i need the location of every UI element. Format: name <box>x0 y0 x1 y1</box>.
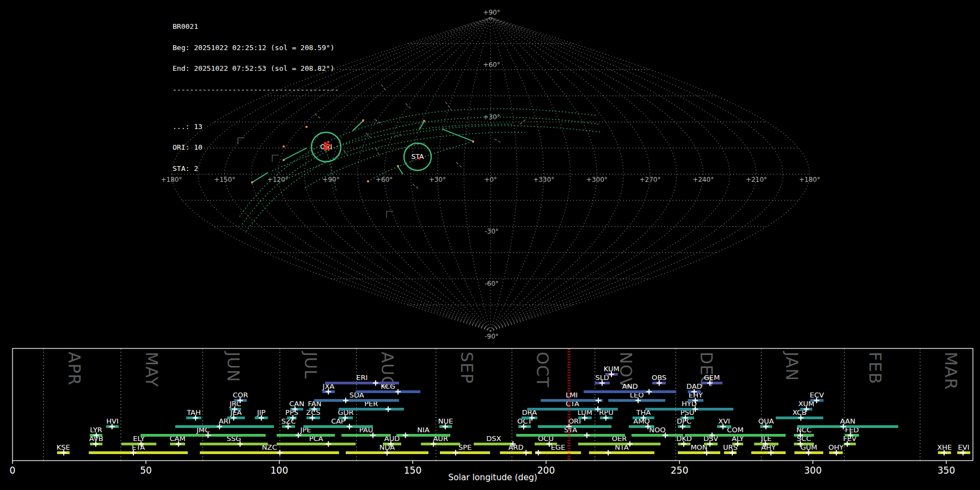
month-label-oct: OCT <box>533 352 552 388</box>
shower-bar-noo <box>632 434 683 437</box>
shower-bar-ncc <box>794 434 814 437</box>
meteor-track-segment <box>442 129 473 141</box>
x-axis-title: Solar longitude (deg) <box>448 473 537 482</box>
count-ori: ORI: 10 <box>173 144 339 151</box>
count-sta: STA: 2 <box>173 166 339 173</box>
shower-bar-nta <box>589 451 654 454</box>
shower-label-eri: ERI <box>356 373 367 382</box>
shower-bar-oer <box>578 443 660 445</box>
map-meridian <box>491 17 677 331</box>
shower-label-and: AND <box>622 382 638 390</box>
month-label-mar: MAR <box>941 352 960 390</box>
meteor-counts: ...: 13 ORI: 10 STA: 2 <box>173 109 339 187</box>
shower-bar-eri <box>325 382 399 384</box>
meteor-endpoint-dot <box>397 165 399 167</box>
shower-label-dsx: DSX <box>486 434 501 443</box>
shower-bar-aur <box>421 443 460 445</box>
shower-max-marker-spe <box>453 450 458 456</box>
shower-bar-spe <box>440 451 490 454</box>
shower-max-marker-eri <box>373 381 378 386</box>
shower-max-marker-sda <box>343 398 348 403</box>
map-lon-label: +300° <box>586 176 608 183</box>
session-begin: Beg: 20251022 02:25:12 (sol = 208.59°) <box>173 45 339 52</box>
x-axis-tick-label: 300 <box>804 465 822 476</box>
shower-bar-and <box>584 390 676 393</box>
meteor-track-segment <box>353 121 363 131</box>
map-lat-label: -60° <box>485 280 499 287</box>
shower-bar-ari <box>175 425 274 428</box>
month-label-apr: APR <box>65 352 84 385</box>
x-axis-tick-label: 50 <box>140 465 152 476</box>
shower-label-xvi: XVI <box>718 417 730 425</box>
shower-label-can: CAN <box>289 400 304 408</box>
shower-label-gem: GEM <box>704 373 720 382</box>
meteor-endpoint-dot <box>362 119 364 121</box>
x-axis-tick-label: 200 <box>537 465 555 476</box>
map-meridian <box>384 17 491 331</box>
sporadic-meteor-track <box>456 162 462 168</box>
shower-bar-ssg <box>200 443 268 445</box>
map-lat-label: +60° <box>483 61 500 69</box>
shower-bar-nzc <box>200 451 339 454</box>
count-sporadic: ...: 13 <box>173 124 339 131</box>
shower-bar-scc <box>794 443 814 445</box>
map-meridian <box>358 17 491 331</box>
radiant-point-dot <box>418 157 420 160</box>
shower-bar-aan <box>797 425 898 428</box>
map-lat-label: +90° <box>483 9 500 16</box>
map-lat-label: -90° <box>485 333 499 340</box>
month-label-jun: JUN <box>224 351 243 382</box>
shower-label-lmi: LMI <box>566 391 578 399</box>
shower-label-aan: AAN <box>840 417 855 425</box>
shower-label-tah: TAH <box>186 408 201 416</box>
shower-bar-jpe <box>277 434 335 437</box>
sporadic-meteor-track <box>344 150 347 155</box>
shower-bar-cap <box>303 425 373 428</box>
sporadic-meteor-track <box>406 103 412 109</box>
shower-bar-jmc <box>140 434 266 437</box>
map-lon-label: +240° <box>693 176 714 183</box>
shower-bar-ege <box>535 451 581 454</box>
activity-chart: APRMAYJUNJULAUGSEPOCTNOVDECJANFEBMARKSEE… <box>10 348 973 482</box>
month-label-feb: FEB <box>866 352 885 384</box>
month-label-sep: SEP <box>457 352 476 384</box>
shower-bar-sda <box>314 399 399 402</box>
map-lon-label: +330° <box>533 176 554 183</box>
shower-label-evi: EVI <box>958 443 970 451</box>
shower-bar-com <box>685 434 786 437</box>
sporadic-meteor-track <box>445 102 451 110</box>
session-end: End: 20251022 07:52:53 (sol = 208.82°) <box>173 65 339 72</box>
shower-max-marker-per <box>385 407 391 412</box>
map-meridian <box>491 17 783 331</box>
shower-label-nia: NIA <box>417 426 430 434</box>
shower-bar-ocu <box>535 443 557 445</box>
shower-bar-pau <box>341 434 391 437</box>
shower-bar-hyd <box>645 408 733 411</box>
station-id: BR0021 <box>173 23 339 30</box>
shower-bar-cta <box>527 408 618 411</box>
shower-bar-lmi <box>541 399 603 402</box>
shower-bar-mon <box>678 451 720 454</box>
shower-bar-ori <box>538 425 611 428</box>
map-lat-label: -30° <box>485 228 499 235</box>
x-axis-tick-label: 0 <box>10 465 16 476</box>
map-lon-label: +30° <box>429 176 446 183</box>
map-lon-label: +0° <box>484 176 497 183</box>
shower-max-marker-nia <box>403 433 408 438</box>
shower-max-marker-nta <box>605 450 611 456</box>
shower-max-marker-cap <box>347 424 352 430</box>
map-meridian <box>491 17 756 331</box>
shower-max-marker-nzc <box>277 450 283 456</box>
x-axis-tick-label: 150 <box>404 465 421 476</box>
shower-max-marker-ege <box>536 450 541 456</box>
meteor-endpoint-dot <box>423 120 425 122</box>
shower-bar-pca <box>277 443 356 445</box>
sporadic-meteor-track <box>381 84 387 91</box>
map-lon-label: +210° <box>746 176 767 183</box>
shower-bar-eta <box>89 451 188 454</box>
info-panel: BR0021 Beg: 20251022 02:25:12 (sol = 208… <box>173 9 339 194</box>
meteor-track-segment <box>398 167 403 174</box>
map-lat-label: +30° <box>483 113 500 121</box>
shower-max-marker-kcg <box>395 389 401 395</box>
shower-max-marker-pca <box>326 442 331 447</box>
